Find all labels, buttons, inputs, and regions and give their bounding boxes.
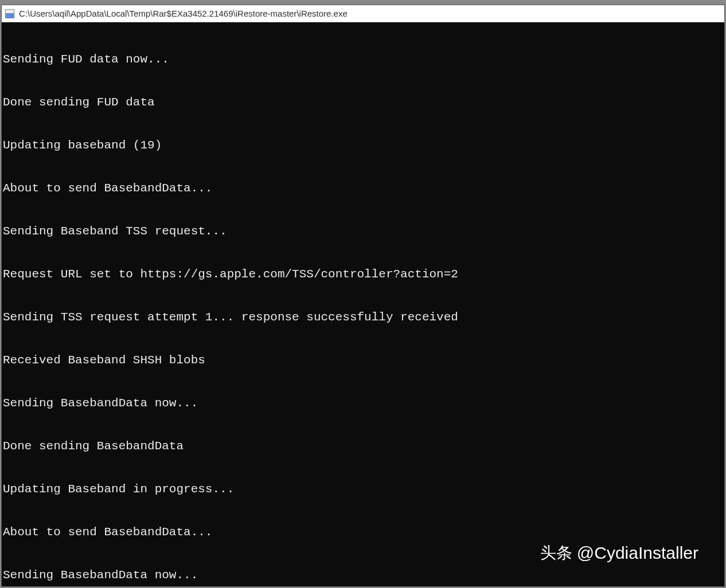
console-output[interactable]: Sending FUD data now... Done sending FUD… xyxy=(2,22,724,586)
app-icon xyxy=(5,9,14,18)
console-line: Updating Baseband in progress... xyxy=(2,482,724,496)
console-line: Sending FUD data now... xyxy=(2,52,724,66)
watermark-handle: @CydiaInstaller xyxy=(577,543,698,563)
titlebar[interactable]: C:\Users\aqil\AppData\Local\Temp\Rar$EXa… xyxy=(2,5,724,22)
console-line: Received Baseband SHSH blobs xyxy=(2,353,724,367)
console-line: Sending TSS request attempt 1... respons… xyxy=(2,310,724,324)
console-line: Done sending FUD data xyxy=(2,95,724,109)
console-line: About to send BasebandData... xyxy=(2,181,724,195)
console-line: Sending BasebandData now... xyxy=(2,568,724,582)
console-line: Sending Baseband TSS request... xyxy=(2,224,724,238)
console-window: C:\Users\aqil\AppData\Local\Temp\Rar$EXa… xyxy=(1,5,725,587)
console-line: Done sending BasebandData xyxy=(2,439,724,453)
console-line: About to send BasebandData... xyxy=(2,525,724,539)
window-title: C:\Users\aqil\AppData\Local\Temp\Rar$EXa… xyxy=(19,9,348,18)
watermark: 头条 @CydiaInstaller xyxy=(540,542,698,564)
console-line: Request URL set to https://gs.apple.com/… xyxy=(2,267,724,281)
console-line: Updating baseband (19) xyxy=(2,138,724,152)
watermark-prefix: 头条 xyxy=(540,542,572,564)
console-line: Sending BasebandData now... xyxy=(2,396,724,410)
